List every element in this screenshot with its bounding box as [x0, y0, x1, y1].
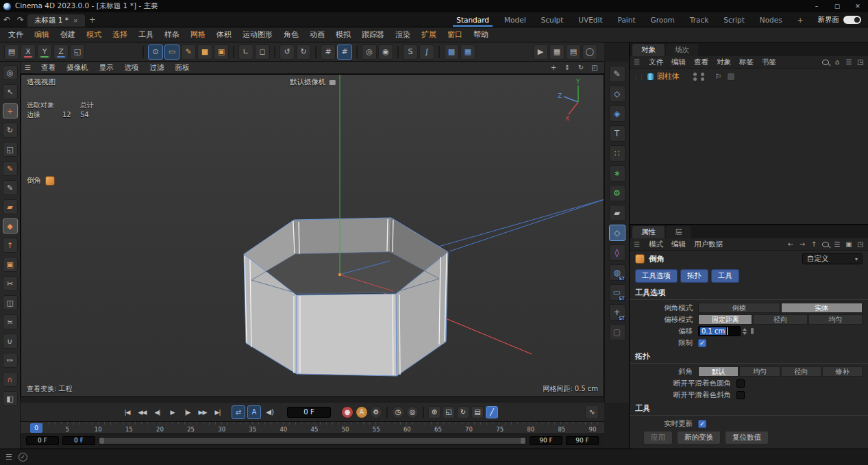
cube-primitive-icon[interactable]: ■	[197, 45, 212, 60]
redo-button[interactable]: ↷	[14, 12, 27, 27]
limit-checkbox[interactable]: ✓	[698, 339, 706, 347]
simulation-gear-icon[interactable]: ⚙	[609, 185, 625, 201]
menu-tracker[interactable]: 跟踪器	[356, 29, 390, 40]
tablet-icon[interactable]: ▤	[4, 45, 19, 60]
menu-volume[interactable]: 体积	[211, 29, 237, 40]
mograph-icon[interactable]: ∗	[609, 165, 625, 181]
goto-end-button[interactable]: ▶|	[211, 405, 224, 419]
knife-icon[interactable]: ✂	[3, 276, 18, 291]
project-end-field[interactable]: 90 F	[566, 436, 599, 445]
object-tree[interactable]: ⋮⋮ 圆柱体 ⚐	[630, 68, 868, 224]
flag-tag-icon[interactable]: ⚐	[715, 73, 721, 80]
point-mode-icon[interactable]: ∷	[609, 145, 625, 162]
menu-help[interactable]: 帮助	[468, 29, 494, 40]
keyframe-presets-button[interactable]: ⚙	[370, 406, 382, 418]
preset-dropdown[interactable]: 自定义 ▾	[802, 253, 863, 264]
am-back-icon[interactable]: ←	[787, 240, 794, 248]
orbit-view-icon[interactable]: ↻	[575, 63, 586, 73]
rotate-right-icon[interactable]: ↻	[296, 45, 311, 60]
close-tab-icon[interactable]: ✕	[73, 18, 78, 24]
autokeying-button[interactable]: A	[356, 406, 368, 418]
am-menu-userdata[interactable]: 用户数据	[690, 240, 727, 249]
offset-input[interactable]: 0.1 cm	[698, 326, 741, 336]
current-frame-field[interactable]: 0 F	[287, 407, 331, 418]
undo-button[interactable]: ↶	[0, 12, 14, 27]
toggle-view-icon[interactable]: ◰	[589, 63, 600, 73]
menu-mode[interactable]: 模式	[81, 29, 107, 40]
new-transform-button[interactable]: 新的变换	[677, 431, 721, 444]
prev-key-button[interactable]: ◀◀	[136, 405, 149, 419]
move-tool-icon[interactable]: +	[3, 103, 18, 118]
scale-tool-icon[interactable]: ◱	[3, 142, 18, 157]
add-tab-button[interactable]: +	[85, 12, 100, 27]
minimize-button[interactable]: –	[806, 0, 827, 12]
om-menu-tags[interactable]: 标签	[735, 58, 758, 67]
menu-render[interactable]: 渲染	[390, 29, 416, 40]
goto-start-button[interactable]: |◀	[121, 405, 134, 419]
om-search-icon[interactable]	[822, 60, 829, 65]
sound-toggle[interactable]: ◀)	[263, 405, 277, 419]
pen-cube-icon[interactable]: ✎	[181, 45, 196, 60]
target-icon[interactable]: ◎	[362, 45, 377, 60]
tab-layers[interactable]: 层	[666, 226, 691, 238]
om-menu-bookmarks[interactable]: 书签	[758, 58, 780, 67]
am-up-icon[interactable]: ↑	[810, 240, 817, 248]
next-frame-button[interactable]: |▶	[181, 405, 194, 419]
play-button[interactable]: ▶	[166, 405, 179, 419]
solo-viewport-icon[interactable]: ▢	[609, 324, 625, 340]
layout-tab-script[interactable]: Script	[716, 12, 752, 27]
render-team-icon[interactable]: ▤	[566, 45, 581, 60]
am-lock-icon[interactable]: ▣	[845, 240, 852, 248]
timeline-ruler[interactable]: 051015202530354045505560657075808590 0	[21, 422, 604, 434]
preview-start-field[interactable]: 0 F	[62, 436, 95, 445]
grid-snap-icon[interactable]: #	[337, 45, 352, 60]
loop-cut-icon[interactable]: ◫	[3, 295, 18, 310]
autokey-mini-toggle[interactable]: A	[247, 405, 261, 419]
inner-extrude-icon[interactable]: ▣	[3, 257, 18, 272]
mirror-icon[interactable]: ◧	[3, 391, 18, 406]
make-editable-icon[interactable]: ✎	[609, 66, 625, 82]
status-menu-icon[interactable]: ☰	[5, 453, 12, 462]
keyframe-selection-button[interactable]: ◎	[406, 406, 419, 418]
menu-mesh[interactable]: 网格	[185, 29, 211, 40]
record-rotation-button[interactable]: ↻	[457, 406, 469, 418]
texture-mode-icon[interactable]: T	[609, 125, 625, 142]
spline-pen-icon[interactable]: ✎	[3, 180, 18, 195]
zoom-tool-icon[interactable]: ◎	[3, 65, 18, 80]
viewport-menu-icon[interactable]: ☰	[25, 64, 36, 71]
range-slider[interactable]	[99, 437, 526, 444]
menu-tools[interactable]: 工具	[133, 29, 159, 40]
record-position-button[interactable]: ⊕	[428, 406, 441, 418]
am-search-icon[interactable]	[822, 242, 829, 247]
floor-icon[interactable]: ∟	[238, 45, 253, 60]
spinner-arrows[interactable]	[743, 328, 747, 335]
menu-edit[interactable]: 编辑	[29, 29, 55, 40]
menu-simulate[interactable]: 模拟	[330, 29, 356, 40]
tab-takes[interactable]: 场次	[666, 44, 698, 56]
pan-view-icon[interactable]: +	[548, 63, 559, 73]
record-button[interactable]	[386, 407, 388, 418]
toolbar-icon[interactable]	[274, 46, 275, 58]
viewport-menu-filter[interactable]: 过滤	[145, 63, 170, 73]
miter-patch[interactable]: 修补	[822, 366, 863, 377]
menu-extensions[interactable]: 扩展	[416, 29, 442, 40]
layout-tab-paint[interactable]: Paint	[610, 12, 643, 27]
category-tool-button[interactable]: 工具	[711, 269, 739, 283]
fcurve-window-icon[interactable]: ∿	[585, 405, 599, 419]
snap-axis-icon[interactable]: + ST	[609, 304, 625, 321]
preview-end-field[interactable]: 90 F	[530, 436, 562, 445]
menu-select[interactable]: 选择	[107, 29, 133, 40]
layout-tab-add[interactable]: +	[790, 12, 811, 27]
viewport-menu-view[interactable]: 查看	[36, 63, 61, 73]
render-picture-viewer-icon[interactable]: ▦	[549, 45, 565, 60]
next-key-button[interactable]: ▶▶	[196, 405, 209, 419]
grid-icon[interactable]: #	[321, 45, 336, 60]
offset-mode-uniform[interactable]: 均匀	[808, 314, 863, 325]
live-selection-icon[interactable]: ↖	[3, 84, 18, 99]
om-menu-file[interactable]: 文件	[645, 58, 667, 67]
polygon-mode-icon[interactable]: ▰	[609, 205, 625, 221]
am-menu-icon[interactable]: ☰	[634, 240, 645, 248]
miter-radial[interactable]: 径向	[781, 366, 821, 377]
viewport-menu-options[interactable]: 选项	[119, 63, 145, 73]
pen-tool-icon[interactable]: ✎	[3, 161, 18, 176]
